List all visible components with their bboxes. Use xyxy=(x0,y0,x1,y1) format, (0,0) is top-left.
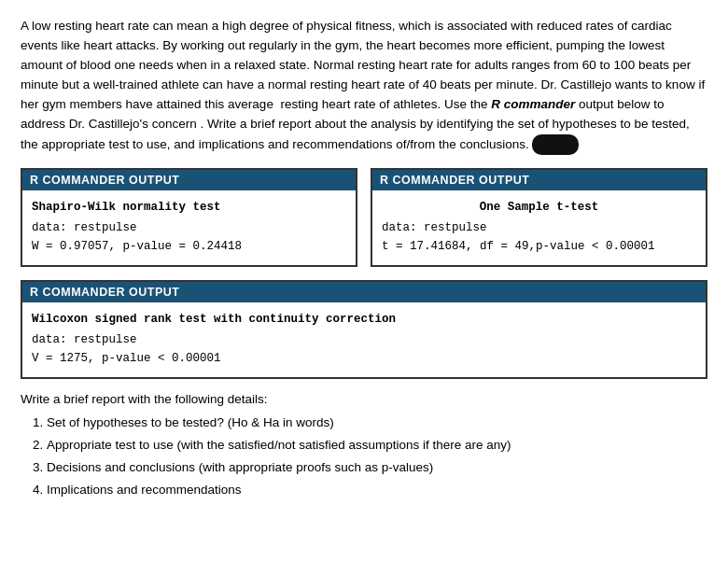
panel2-title: One Sample t-test xyxy=(382,198,696,217)
panel1-title: Shapiro-Wilk normality test xyxy=(32,198,346,217)
panel-ttest: R COMMANDER OUTPUT One Sample t-test dat… xyxy=(371,168,707,267)
panel1-body: Shapiro-Wilk normality test data: restpu… xyxy=(22,190,356,265)
panel3-title: Wilcoxon signed rank test with continuit… xyxy=(32,310,696,329)
brief-list: Set of hypotheses to be tested? (Ho & Ha… xyxy=(21,414,707,500)
panel3-line1: data: restpulse xyxy=(32,330,696,349)
brief-list-item: Set of hypotheses to be tested? (Ho & Ha… xyxy=(47,414,707,432)
panel3-line2: V = 1275, p-value < 0.00001 xyxy=(32,349,696,368)
panel2-header: R COMMANDER OUTPUT xyxy=(372,170,706,190)
redacted-block xyxy=(532,134,579,155)
write-section: Write a brief report with the following … xyxy=(21,392,707,500)
panel3-header: R COMMANDER OUTPUT xyxy=(22,282,706,302)
top-output-panels: R COMMANDER OUTPUT Shapiro-Wilk normalit… xyxy=(21,168,707,267)
panel2-line2: t = 17.41684, df = 49,p-value < 0.00001 xyxy=(382,237,696,256)
bottom-output-panels: R COMMANDER OUTPUT Wilcoxon signed rank … xyxy=(21,280,707,379)
intro-paragraph: A low resting heart rate can mean a high… xyxy=(21,17,707,155)
panel1-header: R COMMANDER OUTPUT xyxy=(22,170,356,190)
write-brief-intro: Write a brief report with the following … xyxy=(21,392,707,406)
panel-wilcoxon: R COMMANDER OUTPUT Wilcoxon signed rank … xyxy=(21,280,707,379)
brief-list-item: Decisions and conclusions (with appropri… xyxy=(47,458,707,477)
panel3-body: Wilcoxon signed rank test with continuit… xyxy=(22,302,706,377)
panel1-line2: W = 0.97057, p-value = 0.24418 xyxy=(32,237,346,256)
panel1-line1: data: restpulse xyxy=(32,218,346,237)
brief-list-item: Appropriate test to use (with the satisf… xyxy=(47,436,707,455)
panel-shapiro-wilk: R COMMANDER OUTPUT Shapiro-Wilk normalit… xyxy=(21,168,357,267)
brief-list-item: Implications and recommendations xyxy=(47,481,707,499)
panel2-line1: data: restpulse xyxy=(382,218,696,237)
panel2-body: One Sample t-test data: restpulse t = 17… xyxy=(372,190,706,265)
